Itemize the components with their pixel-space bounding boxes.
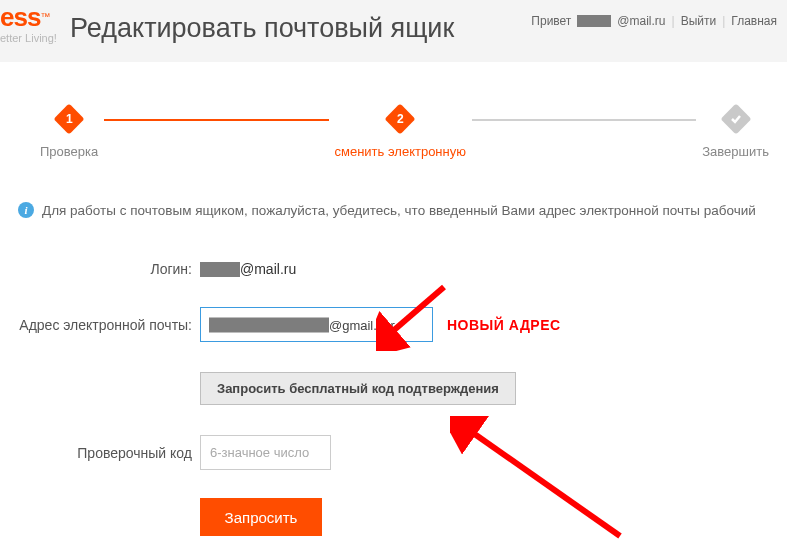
- page-title: Редактировать почтовый ящик: [70, 13, 454, 44]
- step-2: 2 сменить электронную: [335, 108, 466, 159]
- row-login: Логин: @mail.ru: [0, 261, 769, 277]
- separator: |: [722, 14, 725, 28]
- step-1: 1 Проверка: [40, 108, 98, 159]
- step-line-1: [104, 119, 328, 121]
- logo-tm: ™: [40, 11, 50, 22]
- request-code-button[interactable]: Запросить бесплатный код подтверждения: [200, 372, 516, 405]
- page-header: ess™ etter Living! Редактировать почтовы…: [0, 0, 787, 62]
- row-email: Адрес электронной почты: @gmail.cor НОВЫ…: [0, 307, 769, 342]
- separator: |: [672, 14, 675, 28]
- progress-steps: 1 Проверка 2 сменить электронную Заверши…: [0, 62, 787, 159]
- redacted-username: [577, 15, 611, 27]
- login-value: @mail.ru: [200, 261, 296, 277]
- step-marker-1: 1: [54, 103, 85, 134]
- info-text: Для работы с почтовым ящиком, пожалуйста…: [42, 201, 756, 221]
- email-field-wrap: @gmail.cor НОВЫЙ АДРЕС: [200, 307, 561, 342]
- login-suffix: @mail.ru: [240, 261, 296, 277]
- info-icon: i: [18, 202, 34, 218]
- login-label: Логин:: [0, 261, 200, 277]
- code-label: Проверочный код: [0, 445, 200, 461]
- verification-code-input[interactable]: [200, 435, 331, 470]
- step-line-2: [472, 119, 696, 121]
- submit-button[interactable]: Запросить: [200, 498, 322, 536]
- redacted-login: [200, 262, 240, 277]
- home-link[interactable]: Главная: [731, 14, 777, 28]
- row-code: Проверочный код: [0, 435, 769, 470]
- top-links: Привет @mail.ru | Выйти | Главная: [531, 14, 777, 28]
- row-submit: Запросить: [0, 498, 769, 536]
- step-marker-3: [720, 103, 751, 134]
- step-2-label: сменить электронную: [335, 144, 466, 159]
- step-3-label: Завершить: [702, 144, 769, 159]
- logo-tagline: etter Living!: [0, 32, 57, 44]
- row-request-code: Запросить бесплатный код подтверждения: [0, 372, 769, 405]
- logo-text: ess: [0, 2, 40, 32]
- step-marker-2: 2: [385, 103, 416, 134]
- logout-link[interactable]: Выйти: [681, 14, 717, 28]
- email-label: Адрес электронной почты:: [0, 317, 200, 333]
- logo: ess™ etter Living!: [0, 4, 57, 44]
- edit-email-form: Логин: @mail.ru Адрес электронной почты:…: [0, 221, 787, 536]
- step-3: Завершить: [702, 108, 769, 159]
- check-icon: [729, 112, 743, 126]
- email-field[interactable]: [200, 307, 433, 342]
- info-banner: i Для работы с почтовым ящиком, пожалуйс…: [0, 159, 787, 221]
- step-1-label: Проверка: [40, 144, 98, 159]
- annotation-new-address: НОВЫЙ АДРЕС: [447, 317, 561, 333]
- greeting-prefix: Привет: [531, 14, 571, 28]
- greeting-suffix: @mail.ru: [617, 14, 665, 28]
